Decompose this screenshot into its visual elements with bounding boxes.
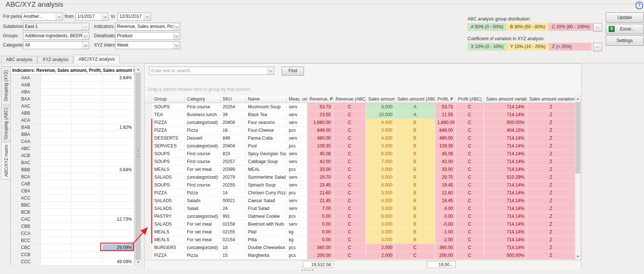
column-header-category[interactable]: Category: [185, 96, 220, 103]
matrix-cell-value[interactable]: [103, 223, 134, 230]
date-to-select[interactable]: 12/31/2017: [117, 13, 151, 20]
matrix-cell-value[interactable]: [103, 138, 134, 145]
grid-scrollbar-thumb[interactable]: [576, 102, 580, 173]
matrix-cell-value[interactable]: [103, 96, 134, 102]
table-row[interactable]: PIZZAPizza16Four-Cheesepcs849.00C3.000B8…: [145, 127, 581, 134]
column-header-meas-unit[interactable]: Meas. unit: [287, 96, 307, 103]
table-row[interactable]: TEABusiness lunch39Black Teaserv23.55C10…: [145, 111, 581, 119]
column-header-group[interactable]: Group: [152, 96, 185, 103]
horizontal-splitter-handle[interactable]: [302, 270, 313, 271]
side-tab-grouping-abc[interactable]: Grouping (ABC): [1, 106, 10, 141]
matrix-row[interactable]: CCB: [11, 251, 134, 258]
matrix-cell-value[interactable]: [103, 202, 134, 208]
detailisation-select[interactable]: Product: [115, 32, 180, 40]
chevron-down-icon[interactable]: [173, 32, 180, 39]
table-row[interactable]: SALADSFor set meal02158Beetroot with Nut…: [145, 220, 581, 228]
matrix-row[interactable]: BAC: [11, 159, 134, 166]
matrix-row[interactable]: CBC29.09%: [11, 244, 134, 251]
matrix-row[interactable]: BCA: [11, 173, 134, 181]
table-row[interactable]: SOUPSFirst course20255Spinach Soupserv23…: [145, 181, 581, 189]
xyz-legend-more-button[interactable]: ...: [593, 43, 602, 51]
matrix-cell-value[interactable]: [103, 82, 134, 88]
table-row[interactable]: PASTRY(uncategorized)991Oatmeal Cookiepc…: [145, 213, 581, 220]
matrix-cell-value[interactable]: [103, 209, 134, 216]
xyz-interval-select[interactable]: Week: [115, 41, 180, 49]
grid-vertical-scrollbar[interactable]: [575, 96, 581, 260]
matrix-cell-value[interactable]: [103, 152, 134, 159]
matrix-cell-value[interactable]: 3.64%: [103, 74, 134, 81]
matrix-cell-value[interactable]: [103, 110, 134, 117]
table-row[interactable]: PIZZA(uncategorized)20408Four seasonsser…: [145, 119, 581, 127]
matrix-cell-value[interactable]: [103, 131, 134, 138]
matrix-cell-value[interactable]: [103, 195, 134, 201]
side-tab-grouping-xyz[interactable]: Grouping (XYZ): [1, 66, 10, 105]
matrix-cell-value[interactable]: [103, 159, 134, 166]
search-input[interactable]: [149, 67, 267, 74]
scroll-down-icon[interactable]: [135, 259, 141, 265]
table-row[interactable]: SERVICES(uncategorized)20404Poolpcs109.3…: [145, 142, 581, 150]
matrix-cell-value[interactable]: [103, 230, 134, 237]
matrix-row[interactable]: AAC: [11, 103, 134, 110]
matrix-row[interactable]: BAA: [11, 96, 134, 103]
column-header-profit[interactable]: Profit, ₽: [435, 96, 456, 103]
column-header-sales-amount[interactable]: Sales amount: [366, 96, 395, 103]
matrix-cell-value[interactable]: 1.82%: [103, 124, 134, 131]
matrix-cell-value[interactable]: [103, 181, 134, 187]
matrix-row[interactable]: ABA: [11, 89, 134, 96]
matrix-row[interactable]: BCB: [11, 209, 134, 216]
matrix-cell-value[interactable]: 29.09%: [103, 244, 134, 251]
matrix-cell-value[interactable]: [103, 103, 134, 109]
matrix-row[interactable]: CBB: [11, 223, 134, 230]
matrix-row[interactable]: ACA: [11, 117, 134, 124]
tab-abc-xyz-analysis[interactable]: ABC/XYZ analysis: [74, 55, 120, 63]
matrix-row[interactable]: BBA: [11, 131, 134, 138]
chevron-down-icon[interactable]: [56, 13, 62, 20]
matrix-row[interactable]: CCA: [11, 230, 134, 237]
matrix-row[interactable]: BAB1.82%: [11, 124, 134, 131]
matrix-cell-value[interactable]: [103, 237, 134, 244]
column-header-profit-abc[interactable]: Profit (ABC): [456, 96, 484, 103]
table-row[interactable]: DESSERTSDessert849Panna Cottaserv480.00C…: [145, 134, 581, 142]
matrix-row[interactable]: CAB: [11, 181, 134, 188]
table-row[interactable]: SALADSSalads00021Caesar Saladserv21.45C4…: [145, 197, 581, 205]
chevron-down-icon[interactable]: [101, 13, 108, 20]
matrix-row[interactable]: ABB: [11, 110, 134, 117]
scroll-down-icon[interactable]: [575, 254, 580, 259]
categories-select[interactable]: All: [23, 41, 89, 49]
matrix-cell-value[interactable]: [103, 117, 134, 124]
column-header-revenue[interactable]: Revenue, ₽: [307, 96, 333, 103]
matrix-scrollbar-thumb[interactable]: [136, 73, 140, 260]
table-row[interactable]: MEALSFor set meal02154Pittakg0.00C3.000B…: [145, 236, 581, 244]
column-header-sales-amount-abc[interactable]: Sales amount (ABC): [395, 96, 435, 103]
matrix-row[interactable]: ACC: [11, 195, 134, 202]
chevron-down-icon[interactable]: [173, 42, 180, 49]
column-header-sales-amount-variation-coefficient-xyz[interactable]: Sales amount variation coefficient, % (X…: [527, 96, 575, 103]
vertical-splitter-handle[interactable]: [137, 148, 139, 157]
matrix-row[interactable]: BBC: [11, 202, 134, 209]
table-row[interactable]: PIZZAPizza15Margheritapcs200.00C2.000C20…: [145, 252, 581, 259]
matrix-cell-value[interactable]: [103, 173, 134, 180]
matrix-cell-value[interactable]: 49.09%: [103, 258, 134, 265]
help-icon[interactable]: ?: [635, 1, 643, 9]
table-row[interactable]: SOUPSFirst course823Spicy Georgian Soups…: [145, 150, 581, 158]
table-row[interactable]: PIZZAPizza14Chicken Curry Pizzapcs21.60C…: [145, 189, 581, 197]
matrix-row[interactable]: ACB: [11, 152, 134, 159]
subdivisions-select[interactable]: East-1: [23, 23, 89, 31]
chevron-down-icon[interactable]: [82, 32, 89, 39]
matrix-cell-value[interactable]: 3.64%: [103, 166, 134, 173]
chevron-down-icon[interactable]: [82, 42, 89, 49]
matrix-cell-value[interactable]: [103, 188, 134, 194]
date-from-select[interactable]: 1/1/2017: [75, 13, 109, 20]
table-row[interactable]: MEALSFor set meal02155Pilafkg0.00C3.000B…: [145, 228, 581, 236]
period-select[interactable]: Another...: [22, 13, 63, 20]
matrix-row[interactable]: CBA: [11, 188, 134, 195]
table-row[interactable]: SALADS(uncategorized)20279Summertime Sal…: [145, 173, 581, 181]
matrix-row[interactable]: AAA3.64%: [11, 74, 134, 82]
update-button[interactable]: Update: [606, 12, 644, 23]
tab-xyz-analysis[interactable]: XYZ analysis: [38, 56, 73, 63]
matrix-row[interactable]: CAA: [11, 138, 134, 145]
table-row[interactable]: MEALSFor set meal20399MEALpcs33.00C3.000…: [145, 166, 581, 173]
chevron-down-icon[interactable]: [82, 23, 89, 30]
matrix-row[interactable]: CCC49.09%: [11, 258, 134, 265]
table-row[interactable]: SOUPSFirst course20254Mushroom Soupserv5…: [145, 103, 581, 111]
